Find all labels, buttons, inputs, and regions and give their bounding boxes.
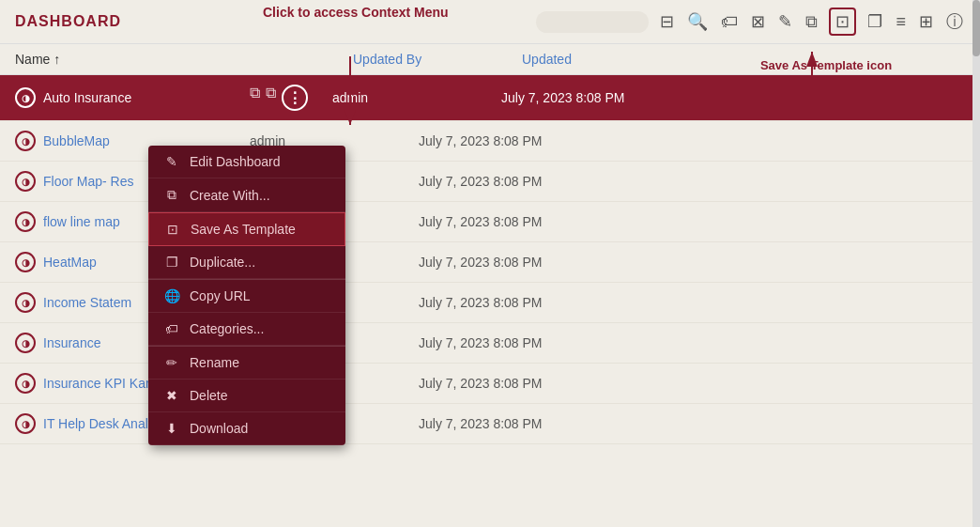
menu-item-label: Copy URL: [190, 288, 251, 303]
context-menu[interactable]: ✎Edit Dashboard⧉Create With...⊡Save As T…: [148, 146, 345, 445]
row-icon: ◑: [15, 373, 36, 394]
menu-item-icon: ✖: [163, 388, 180, 403]
row-name: Auto Insurance: [43, 90, 250, 105]
menu-item-icon: ⧉: [163, 187, 180, 203]
menu-item-download[interactable]: ⬇Download: [148, 412, 345, 445]
row-icon: ◑: [15, 171, 36, 192]
row-updated: July 7, 2023 8:08 PM: [419, 376, 965, 391]
menu-item-label: Edit Dashboard: [190, 154, 281, 169]
search-icon[interactable]: 🔍: [685, 9, 710, 34]
menu-item-create-with...[interactable]: ⧉Create With...: [148, 178, 345, 212]
row-icon: ◑: [15, 292, 36, 313]
menu-item-icon: 🌐: [163, 288, 180, 303]
row-updated: July 7, 2023 8:08 PM: [419, 255, 965, 270]
search-input[interactable]: [536, 11, 649, 33]
row-icon: ◑: [15, 252, 36, 272]
menu-item-duplicate...[interactable]: ❐Duplicate...: [148, 246, 345, 279]
row-icon: ◑: [15, 333, 36, 353]
menu-item-rename[interactable]: ✏Rename: [148, 347, 345, 380]
delete-icon[interactable]: ⊠: [749, 9, 767, 34]
menu-item-categories...[interactable]: 🏷Categories...: [148, 313, 345, 346]
table-row[interactable]: ◑Floor Map- ResadminJuly 7, 2023 8:08 PM: [0, 162, 980, 202]
menu-item-delete[interactable]: ✖Delete: [148, 380, 345, 412]
row-updated: July 7, 2023 8:08 PM: [419, 174, 965, 189]
info-icon[interactable]: ⓘ: [944, 8, 965, 35]
menu-item-icon: 🏷: [163, 321, 180, 336]
row-icon: ◑: [15, 413, 36, 434]
edit-icon[interactable]: ✎: [776, 9, 794, 34]
menu-item-label: Delete: [190, 388, 227, 403]
table-row[interactable]: ◑InsuranceadminJuly 7, 2023 8:08 PM: [0, 323, 980, 364]
table-row[interactable]: ◑BubbleMapadminJuly 7, 2023 8:08 PM: [0, 121, 980, 162]
context-menu-trigger[interactable]: ⋮: [282, 85, 308, 111]
filter-icon[interactable]: ⊟: [658, 9, 676, 34]
table-row[interactable]: ◑HeatMapadminJuly 7, 2023 8:08 PM: [0, 242, 980, 283]
table-row[interactable]: ◑flow line mapadminJuly 7, 2023 8:08 PM: [0, 202, 980, 242]
table-body: ◑Auto Insurance⧉⧉⋮adminJuly 7, 2023 8:08…: [0, 75, 980, 444]
menu-item-icon: ✏: [163, 355, 180, 370]
row-updated: July 7, 2023 8:08 PM: [419, 416, 965, 431]
duplicate-icon[interactable]: ⧉: [804, 10, 819, 34]
row-updated: July 7, 2023 8:08 PM: [419, 133, 965, 148]
table-header: Name ↑ Updated By Updated: [0, 44, 980, 75]
menu-item-icon: ⊡: [164, 222, 181, 237]
header: DASHBOARD Click to access Context Menu ⊟…: [0, 0, 980, 44]
row-copy-icon[interactable]: ⧉: [250, 85, 260, 111]
col-header-updated: Updated: [522, 52, 965, 67]
list-icon[interactable]: ≡: [894, 10, 908, 34]
copy-icon[interactable]: ❐: [865, 9, 884, 34]
menu-item-label: Create With...: [190, 188, 270, 203]
menu-item-edit-dashboard[interactable]: ✎Edit Dashboard: [148, 146, 345, 178]
menu-item-label: Duplicate...: [190, 255, 255, 270]
menu-item-icon: ❐: [163, 255, 180, 270]
row-icon: ◑: [15, 211, 36, 232]
menu-item-label: Rename: [190, 355, 239, 370]
table-row[interactable]: ◑Auto Insurance⧉⧉⋮adminJuly 7, 2023 8:08…: [0, 75, 980, 121]
row-updated: July 7, 2023 8:08 PM: [419, 295, 965, 310]
menu-item-icon: ⬇: [163, 421, 180, 436]
row-icon: ◑: [15, 131, 36, 151]
table-row[interactable]: ◑Insurance KPI KanbanadminJuly 7, 2023 8…: [0, 364, 980, 404]
row-updated: July 7, 2023 8:08 PM: [419, 335, 965, 350]
grid-icon[interactable]: ⊞: [917, 9, 935, 34]
row-updated: July 7, 2023 8:08 PM: [419, 214, 965, 229]
app-title: DASHBOARD: [15, 13, 121, 30]
scrollbar[interactable]: [972, 0, 980, 527]
scrollbar-thumb[interactable]: [972, 0, 980, 56]
table-row[interactable]: ◑Income StatemadminJuly 7, 2023 8:08 PM: [0, 283, 980, 323]
col-header-updated-by: Updated By: [353, 52, 522, 67]
toolbar: ⊟ 🔍 🏷 ⊠ ✎ ⧉ ⊡ ❐ ≡ ⊞ ⓘ: [536, 8, 965, 36]
table-row[interactable]: ◑IT Help Desk AnalysisadminJuly 7, 2023 …: [0, 404, 980, 444]
context-menu-annotation: Click to access Context Menu: [263, 4, 449, 21]
menu-item-label: Download: [190, 421, 248, 436]
menu-item-label: Save As Template: [191, 222, 296, 237]
row-actions: ⧉⧉⋮: [250, 85, 325, 111]
save-template-icon[interactable]: ⊡: [829, 8, 856, 36]
tag-icon[interactable]: 🏷: [719, 10, 740, 34]
col-header-name: Name ↑: [15, 52, 353, 67]
row-updated-by: admin: [332, 90, 501, 105]
row-updated: July 7, 2023 8:08 PM: [501, 90, 965, 105]
menu-item-save-as-template[interactable]: ⊡Save As Template: [148, 212, 345, 246]
menu-item-icon: ✎: [163, 154, 180, 169]
row-icon: ◑: [15, 87, 36, 108]
row-open-icon[interactable]: ⧉: [266, 85, 276, 111]
menu-item-label: Categories...: [190, 321, 264, 336]
menu-item-copy-url[interactable]: 🌐Copy URL: [148, 280, 345, 313]
